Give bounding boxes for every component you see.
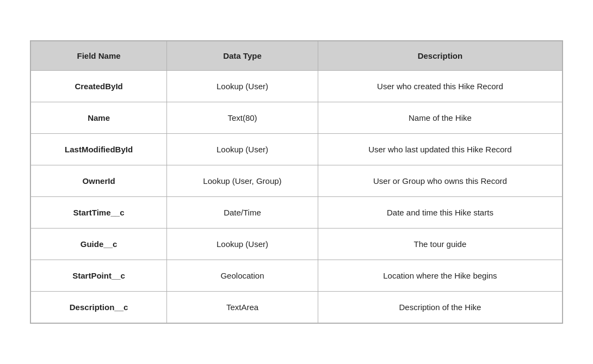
table-header-row: Field Name Data Type Description bbox=[31, 41, 563, 71]
cell-field-name: StartPoint__c bbox=[31, 260, 167, 292]
table-row: Description__cTextAreaDescription of the… bbox=[31, 292, 563, 323]
cell-description: User who last updated this Hike Record bbox=[318, 134, 562, 165]
table-row: LastModifiedByIdLookup (User)User who la… bbox=[31, 134, 563, 165]
table-row: Guide__cLookup (User)The tour guide bbox=[31, 229, 563, 260]
cell-description: Date and time this Hike starts bbox=[318, 197, 562, 229]
cell-data-type: TextArea bbox=[167, 292, 318, 323]
cell-field-name: Guide__c bbox=[31, 229, 167, 260]
cell-description: The tour guide bbox=[318, 229, 562, 260]
cell-data-type: Lookup (User) bbox=[167, 229, 318, 260]
table-row: StartTime__cDate/TimeDate and time this … bbox=[31, 197, 563, 229]
cell-data-type: Text(80) bbox=[167, 102, 318, 134]
cell-field-name: StartTime__c bbox=[31, 197, 167, 229]
header-description: Description bbox=[318, 41, 562, 71]
cell-description: Description of the Hike bbox=[318, 292, 562, 323]
cell-data-type: Lookup (User) bbox=[167, 71, 318, 102]
cell-description: Location where the Hike begins bbox=[318, 260, 562, 292]
header-field-name: Field Name bbox=[31, 41, 167, 71]
cell-data-type: Lookup (User) bbox=[167, 134, 318, 165]
header-data-type: Data Type bbox=[167, 41, 318, 71]
cell-field-name: LastModifiedById bbox=[31, 134, 167, 165]
table-row: OwnerIdLookup (User, Group)User or Group… bbox=[31, 165, 563, 197]
table-row: NameText(80)Name of the Hike bbox=[31, 102, 563, 134]
cell-description: Name of the Hike bbox=[318, 102, 562, 134]
hike-fields-table: Field Name Data Type Description Created… bbox=[30, 41, 563, 323]
cell-description: User who created this Hike Record bbox=[318, 71, 562, 102]
cell-field-name: OwnerId bbox=[31, 165, 167, 197]
cell-field-name: CreatedById bbox=[31, 71, 167, 102]
table-row: StartPoint__cGeolocationLocation where t… bbox=[31, 260, 563, 292]
cell-field-name: Description__c bbox=[31, 292, 167, 323]
cell-data-type: Lookup (User, Group) bbox=[167, 165, 318, 197]
main-table-container: Field Name Data Type Description Created… bbox=[30, 40, 563, 324]
table-row: CreatedByIdLookup (User)User who created… bbox=[31, 71, 563, 102]
cell-field-name: Name bbox=[31, 102, 167, 134]
cell-description: User or Group who owns this Record bbox=[318, 165, 562, 197]
cell-data-type: Geolocation bbox=[167, 260, 318, 292]
cell-data-type: Date/Time bbox=[167, 197, 318, 229]
